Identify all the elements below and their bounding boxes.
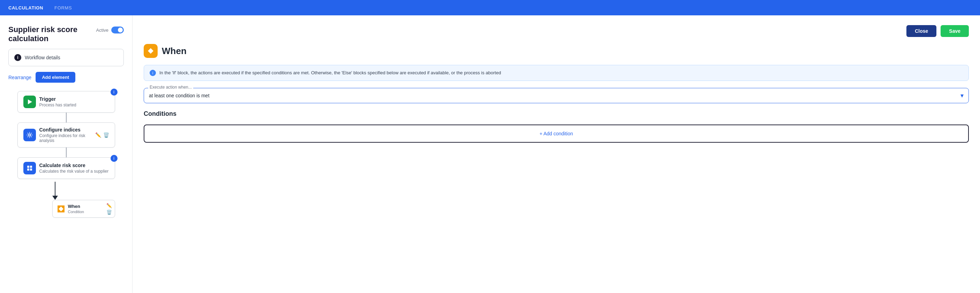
active-label: Active [96, 27, 108, 33]
when-large-icon [144, 44, 158, 58]
execute-value: at least one condition is met [149, 93, 210, 98]
add-condition-label[interactable]: + Add condition [539, 131, 573, 136]
configure-title: Configure indices [40, 127, 92, 132]
trigger-node[interactable]: Trigger Process has started i [18, 91, 115, 113]
trigger-info-badge[interactable]: i [111, 89, 118, 96]
connector-2 [66, 148, 67, 157]
configure-node[interactable]: Configure indices Configure indices for … [18, 123, 115, 148]
right-panel: Close Save When i In the 'If' block, the… [132, 15, 980, 293]
svg-rect-4 [27, 169, 29, 170]
rearrange-button[interactable]: Rearrange [8, 75, 32, 80]
page-title: Supplier risk score calculation [8, 25, 96, 43]
svg-rect-2 [27, 166, 29, 168]
calculate-title: Calculate risk score [40, 162, 109, 168]
left-panel: Supplier risk score calculation Active i… [0, 15, 132, 293]
main-container: Supplier risk score calculation Active i… [0, 15, 980, 293]
active-toggle[interactable] [111, 27, 124, 33]
configure-delete-icon[interactable]: 🗑️ [103, 132, 109, 138]
add-element-button[interactable]: Add element [36, 72, 75, 83]
workflow-details-label: Workflow details [25, 55, 60, 61]
conditions-title: Conditions [144, 110, 969, 118]
when-delete-icon[interactable]: 🗑️ [107, 210, 112, 215]
calculate-node[interactable]: Calculate risk score Calculates the risk… [18, 157, 115, 179]
top-buttons: Close Save [144, 25, 969, 37]
info-banner-text: In the 'If' block, the actions are execu… [159, 69, 501, 76]
configure-icon [23, 129, 36, 141]
execute-label: Execute action when... [148, 85, 193, 90]
when-small-desc: Condition [68, 210, 84, 214]
trigger-icon [23, 96, 36, 108]
save-button[interactable]: Save [940, 25, 969, 37]
when-title: When [162, 46, 186, 56]
when-small-icon [57, 205, 65, 212]
when-node-small[interactable]: When Condition ✏️ 🗑️ [52, 200, 115, 218]
info-banner-icon: i [150, 70, 156, 76]
execute-select-group[interactable]: Execute action when... at least one cond… [144, 88, 969, 103]
active-row: Active [96, 27, 124, 33]
when-small-title: When [68, 204, 84, 209]
close-button[interactable]: Close [907, 25, 936, 37]
svg-marker-0 [28, 99, 32, 104]
svg-rect-5 [30, 169, 32, 170]
arrow-down [52, 182, 58, 200]
workflow-info-icon: i [14, 54, 21, 61]
nav-forms[interactable]: FORMS [54, 5, 72, 11]
when-edit-icon[interactable]: ✏️ [107, 203, 112, 208]
info-banner: i In the 'If' block, the actions are exe… [144, 65, 969, 81]
configure-desc: Configure indices for risk analysis [40, 133, 92, 143]
chevron-down-icon[interactable]: ▾ [961, 92, 964, 99]
svg-rect-3 [30, 166, 32, 168]
trigger-desc: Process has started [40, 103, 109, 107]
calculate-desc: Calculates the risk value of a supplier [40, 169, 109, 174]
when-header: When [144, 44, 969, 58]
calculate-info-badge[interactable]: i [111, 155, 118, 162]
calculate-icon [23, 162, 36, 174]
nodes-area: Trigger Process has started i Configure … [8, 88, 124, 220]
workflow-details-box[interactable]: i Workflow details [8, 49, 124, 66]
svg-point-1 [29, 134, 31, 136]
add-condition-box[interactable]: + Add condition [144, 124, 969, 143]
connector-1 [66, 113, 67, 123]
configure-edit-icon[interactable]: ✏️ [95, 132, 101, 138]
trigger-title: Trigger [40, 96, 109, 102]
top-nav: CALCULATION FORMS [0, 0, 980, 15]
nav-calculation[interactable]: CALCULATION [8, 5, 43, 11]
action-row: Rearrange Add element [8, 72, 124, 83]
